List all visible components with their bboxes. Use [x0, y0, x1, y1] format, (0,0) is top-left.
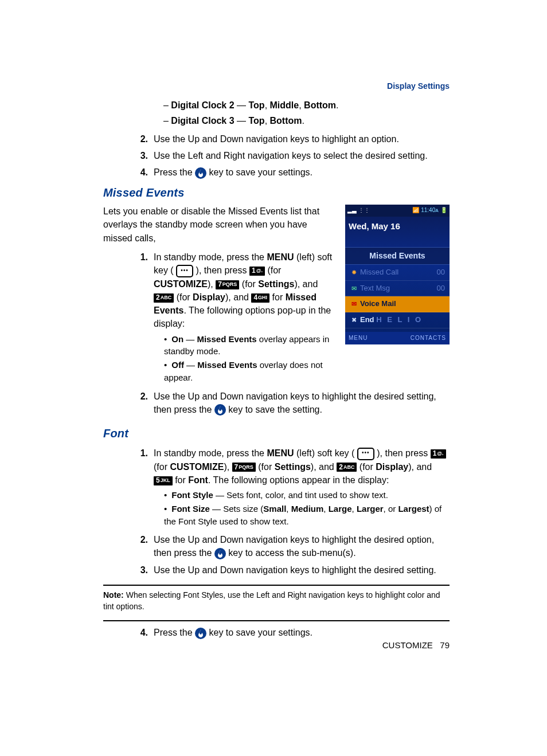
- bullet-on: On — Missed Events overlay appears in st…: [164, 333, 338, 358]
- key-4-icon: 4GHI: [251, 293, 269, 303]
- font-step-1: 1. In standby mode, press the MENU (left…: [127, 446, 450, 530]
- phone-row-end: ✖End H E L I O: [345, 312, 450, 328]
- key-1-icon: 1@.: [431, 449, 446, 459]
- bullet-font-style: Font Style — Sets font, color, and tint …: [164, 489, 450, 502]
- key-7-icon: 7PQRS: [216, 280, 239, 289]
- bullet-font-size: Font Size — Sets size (Small, Medium, La…: [164, 503, 450, 528]
- menu-key-icon: •••: [176, 265, 193, 277]
- bullet-off: Off — Missed Events overlay does not app…: [164, 359, 338, 384]
- missed-events-heading: Missed Events: [103, 185, 450, 201]
- softkey-left: MENU: [349, 334, 368, 343]
- note-text: Note: When selecting Font Styles, use th…: [103, 589, 450, 613]
- key-5-icon: 5JKL: [154, 476, 173, 485]
- phone-row-text-msg: ✉Text Msg 00: [345, 281, 450, 297]
- key-7-icon: 7PQRS: [232, 463, 256, 472]
- separator: [103, 585, 450, 586]
- phone-screenshot: ▂▃ ⋮⋮ 📶 11:40ᴀ 🔋 Wed, May 16 Missed Even…: [345, 205, 450, 344]
- missed-step-2: 2. Use the Up and Down navigation keys t…: [127, 390, 450, 416]
- clock-option-1: – Digital Clock 2 — Top, Middle, Bottom.: [163, 99, 450, 112]
- flame-key-icon: [214, 404, 226, 416]
- flame-key-icon: [195, 628, 206, 639]
- phone-date: Wed, May 16: [345, 217, 450, 236]
- key-2-icon: 2ABC: [337, 463, 357, 472]
- key-1-icon: 1@.: [249, 267, 265, 276]
- clock-option-2: – Digital Clock 3 — Top, Bottom.: [163, 114, 450, 127]
- flame-key-icon: [214, 548, 226, 559]
- step-4: 4. Press the key to save your settings.: [127, 166, 450, 179]
- section-header: Display Settings: [103, 80, 450, 92]
- phone-row-missed-call: ✸Missed Call 00: [345, 265, 450, 281]
- menu-key-icon: •••: [357, 448, 374, 460]
- font-heading: Font: [103, 425, 450, 442]
- font-step-3: 3.Use the Up and Down navigation keys to…: [127, 563, 450, 577]
- font-step-4: 4. Press the key to save your settings.: [127, 626, 450, 639]
- key-2-icon: 2ABC: [154, 293, 174, 303]
- phone-row-voice-mail: ✉Voice Mail: [345, 296, 450, 312]
- separator: [103, 620, 450, 621]
- font-step-2: 2. Use the Up and Down navigation keys t…: [127, 533, 450, 559]
- phone-panel-title: Missed Events: [345, 247, 450, 264]
- missed-events-intro: Lets you enable or disable the Missed Ev…: [103, 205, 333, 245]
- missed-step-1: 1. In standby mode, press the MENU (left…: [127, 250, 338, 386]
- status-right: 📶 11:40ᴀ 🔋: [412, 206, 447, 215]
- page-footer: CUSTOMIZE 79: [382, 640, 450, 650]
- step-3: 3.Use the Left and Right navigation keys…: [127, 149, 450, 162]
- status-left: ▂▃ ⋮⋮: [347, 206, 370, 215]
- softkey-right: CONTACTS: [411, 334, 446, 343]
- flame-key-icon: [195, 167, 206, 179]
- step-2: 2.Use the Up and Down navigation keys to…: [127, 132, 450, 146]
